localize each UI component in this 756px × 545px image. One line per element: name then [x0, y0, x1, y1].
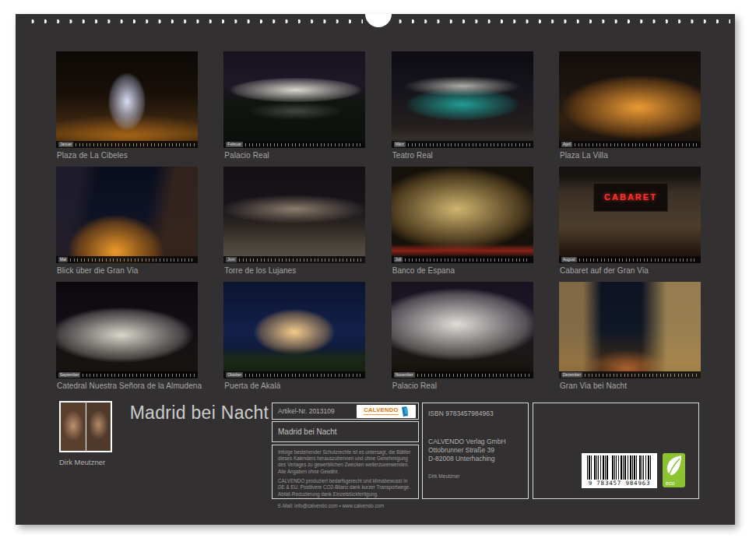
thumbnail-february: Februar Palacio Real — [223, 51, 365, 160]
photo-caption: Puerta de Akalá — [224, 382, 365, 390]
calvendo-logo-text: CALVENDO — [364, 407, 399, 413]
thumbnail-september: September Catedral Nuestra Señora de la … — [56, 282, 198, 390]
mini-month-label: Februar — [226, 142, 243, 147]
contact-line: E-Mail: info@calvendo.com • www.calvendo… — [278, 503, 413, 509]
legal-text-box: Infolge bestehender Schutzrechte ist es … — [272, 445, 419, 499]
calendar-title: Madrid bei Nacht — [123, 403, 276, 424]
mini-month-label: September — [58, 372, 80, 378]
mini-day-row — [585, 374, 698, 377]
title-box-text: Madrid bei Nacht — [278, 427, 337, 436]
barcode-bars — [587, 455, 652, 480]
photo-palacio-real: Februar — [223, 51, 365, 148]
thumbnail-august: CABARET August Cabaret auf der Gran Via — [559, 167, 701, 275]
photo-torre-lujanes: Juni — [223, 167, 365, 263]
author-credit: Dirk Meutzner — [428, 473, 522, 479]
spiral-binding-holes-left — [26, 18, 363, 25]
cabaret-sign: CABARET — [593, 183, 669, 212]
month-thumbnail-grid: Januar Plaza de La Cibeles Februar Palac… — [56, 51, 701, 390]
mini-day-row — [408, 143, 530, 146]
thumbnail-november: November Palacio Real — [392, 282, 533, 390]
photo-caption: Plaza La Villa — [560, 151, 701, 160]
mini-month-label: Mai — [58, 257, 68, 262]
mini-month-label: April — [561, 142, 572, 147]
article-number: Artikel-Nr. 2013109 — [278, 407, 335, 415]
thumbnail-april: April Plaza La Villa — [559, 51, 701, 160]
mini-day-row — [579, 258, 698, 262]
photo-caption: Palacio Real — [392, 382, 533, 390]
mini-calendar-strip: Februar — [223, 141, 365, 148]
mini-month-label: Juni — [226, 257, 236, 262]
photo-caption: Torre de los Lujanes — [224, 266, 365, 275]
cabaret-sign-text: CABARET — [604, 192, 657, 202]
thumbnail-march: März Teatro Real — [392, 51, 533, 160]
article-number-box: Artikel-Nr. 2013109 CALVENDO — [272, 403, 419, 420]
photo-plaza-cibeles: Januar — [56, 51, 198, 148]
mini-calendar-strip: Juli — [392, 256, 533, 263]
mini-calendar-strip: September — [56, 371, 198, 378]
photo-teatro-real: März — [392, 51, 533, 148]
mini-calendar-strip: Juni — [223, 256, 365, 263]
publisher-name: CALVENDO Verlag GmbH — [428, 438, 522, 446]
isbn-publisher-box: ISBN 9783457984963 CALVENDO Verlag GmbH … — [422, 403, 529, 499]
mini-calendar-strip: Mai — [56, 256, 198, 263]
mini-calendar-strip: Januar — [56, 141, 198, 148]
mini-day-row — [76, 143, 195, 146]
photo-caption: Palacio Real — [224, 151, 365, 160]
photo-banco-espana: Juli — [392, 167, 533, 263]
mini-calendar-strip: November — [392, 371, 533, 378]
photo-gran-via-nacht: Dezember — [559, 282, 701, 378]
mini-day-row — [245, 143, 362, 146]
mini-calendar-strip: April — [559, 141, 701, 148]
photo-caption: Banco de Espana — [392, 266, 533, 275]
mini-day-row — [417, 374, 530, 377]
title-box: Madrid bei Nacht — [272, 421, 419, 442]
mini-day-row — [575, 143, 698, 146]
photo-caption: Catedral Nuestra Señora de la Almudena — [57, 382, 198, 390]
mini-day-row — [70, 258, 195, 262]
leaf-icon — [665, 455, 683, 480]
mini-day-row — [83, 374, 195, 377]
mini-calendar-strip: März — [392, 141, 533, 148]
photo-palacio-real-2: November — [392, 282, 533, 378]
photo-puerta-alcala: Oktober — [223, 282, 365, 378]
author-portrait — [59, 401, 112, 452]
calendar-back-sheet: Januar Plaza de La Cibeles Februar Palac… — [16, 14, 735, 525]
thumbnail-december: Dezember Gran Via bei Nacht — [559, 282, 701, 390]
isbn-number: ISBN 9783457984963 — [428, 410, 522, 417]
mini-day-row — [245, 374, 362, 377]
mini-month-label: Dezember — [561, 372, 582, 378]
mini-month-label: Oktober — [226, 372, 243, 378]
photo-gran-via-view: Mai — [56, 167, 198, 263]
calvendo-logo-tagline-line — [364, 414, 399, 416]
legal-paragraph-2: CALVENDO produziert bedarfsgerecht und k… — [278, 478, 413, 498]
photo-caption: Teatro Real — [392, 151, 533, 160]
calvendo-logo: CALVENDO — [357, 405, 416, 418]
author-portrait-right — [86, 403, 111, 451]
thumbnail-july: Juli Banco de Espana — [392, 167, 533, 275]
mini-calendar-strip: Oktober — [223, 371, 365, 378]
mini-month-label: Januar — [58, 142, 73, 147]
eco-badge: eco — [663, 453, 685, 487]
photo-caption: Cabaret auf der Gran Via — [560, 266, 701, 275]
ean-barcode: 9 783457 984963 — [582, 453, 657, 488]
mini-calendar-strip: August — [559, 256, 701, 263]
hanger-notch — [365, 14, 392, 27]
photo-cabaret: CABARET August — [559, 167, 701, 263]
photo-caption: Gran Via bei Nacht — [560, 382, 701, 390]
mini-day-row — [405, 258, 529, 262]
eco-label: eco — [666, 480, 674, 486]
thumbnail-june: Juni Torre de los Lujanes — [223, 167, 365, 275]
thumbnail-may: Mai Blick über die Gran Via — [56, 167, 198, 275]
legal-paragraph-1: Infolge bestehender Schutzrechte ist es … — [278, 449, 413, 475]
author-name: Dirk Meutzner — [59, 458, 105, 466]
author-portrait-left — [61, 403, 86, 451]
mini-month-label: August — [561, 257, 577, 262]
barcode-box: 9 783457 984963 eco — [533, 403, 699, 499]
photo-almudena: September — [56, 282, 198, 378]
barcode-number: 9 783457 984963 — [587, 480, 652, 487]
calvendo-page-icon — [401, 406, 409, 417]
mini-month-label: März — [394, 142, 406, 147]
publisher-street: Ottobrunner Straße 39 — [428, 446, 522, 455]
mini-month-label: November — [394, 372, 415, 378]
photo-plaza-la-villa: April — [559, 51, 701, 148]
